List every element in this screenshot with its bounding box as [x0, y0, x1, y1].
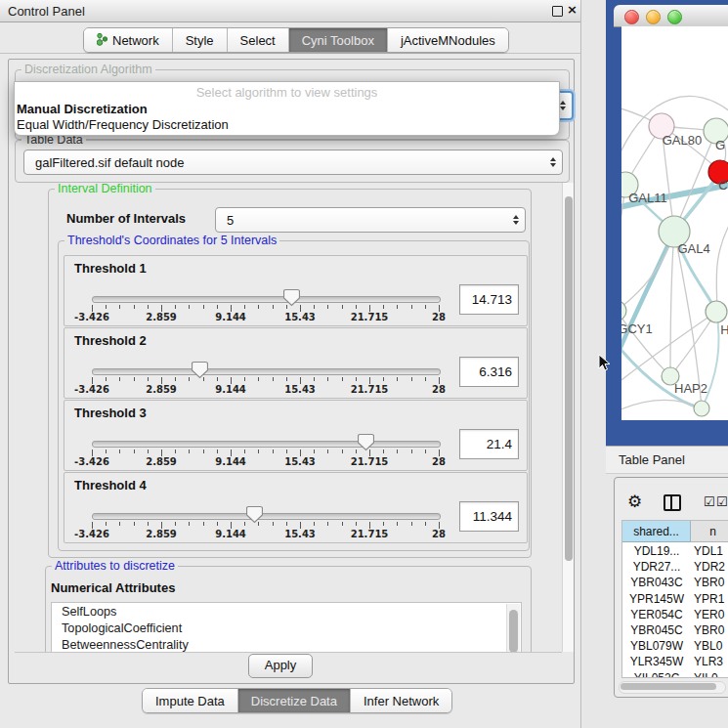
mac-zoom-button[interactable] [667, 10, 682, 24]
network-window-titlebar[interactable] [614, 5, 728, 27]
threshold-slider-thumb[interactable] [246, 505, 263, 524]
mac-close-button[interactable] [624, 10, 639, 24]
table-row[interactable]: YPR145WYPR1 [622, 592, 728, 608]
checkbox-icon[interactable]: ☑ [704, 495, 715, 508]
tab-cyni-toolbox[interactable]: Cyni Toolbox [289, 28, 388, 52]
threshold-slider-track[interactable] [92, 368, 441, 375]
num-intervals-combobox[interactable]: 5 [215, 207, 526, 233]
tab-impute-data[interactable]: Impute Data [143, 689, 238, 712]
network-view-canvas[interactable]: GAL80GCGAL11GAL4GCY1HHAP2 [621, 26, 728, 420]
table-row[interactable]: YIL052CYIL0 [622, 671, 728, 678]
network-edge[interactable] [670, 232, 674, 376]
network-edge[interactable] [670, 312, 716, 376]
scrollbar-thumb[interactable] [621, 683, 716, 690]
slider-tick [217, 450, 218, 453]
table-data-combobox[interactable]: galFiltered.sif default node [23, 150, 563, 175]
slider-tick [217, 377, 218, 381]
threshold-value-field[interactable]: 11.344 [459, 501, 519, 532]
numerical-attributes-label: Numerical Attributes [51, 580, 175, 595]
threshold-slider-track[interactable] [92, 296, 441, 303]
slider-tick [244, 305, 245, 309]
slider-tick [175, 305, 176, 309]
slider-tick [203, 450, 204, 453]
split-columns-icon[interactable] [664, 494, 681, 511]
tab-select[interactable]: Select [228, 28, 289, 52]
table-cell-name: YER0 [694, 608, 728, 621]
network-edge[interactable] [621, 400, 702, 412]
network-node-H[interactable] [706, 301, 727, 322]
dropdown-option-equal-width[interactable]: Equal Width/Frequency Discretization [16, 117, 557, 132]
interval-definition-group: Interval Definition Number of Intervals … [48, 189, 532, 558]
threshold-slider-thumb[interactable] [192, 361, 208, 379]
table-row[interactable]: YLR345WYLR3 [622, 655, 728, 670]
column-header-shared-name[interactable]: shared... [622, 521, 691, 542]
slider-tick [397, 377, 398, 381]
list-item[interactable]: SelfLoops [52, 603, 521, 620]
tab-discretize-data[interactable]: Discretize Data [238, 689, 351, 712]
scrollbar-thumb[interactable] [565, 196, 573, 561]
slider-tick-label: 15.43 [271, 312, 329, 322]
threshold-value-field[interactable]: 21.4 [459, 429, 519, 459]
gear-icon[interactable]: ⚙ [627, 493, 642, 510]
table-cell-shared-name: YDL19... [625, 544, 688, 558]
slider-tick [134, 305, 135, 309]
network-edge[interactable] [716, 222, 728, 312]
table-panel-title: Table Panel [619, 452, 685, 467]
tab-infer-network[interactable]: Infer Network [351, 689, 451, 712]
table-row[interactable]: YDL19...YDL1 [622, 544, 728, 560]
slider-tick [425, 450, 426, 453]
list-item[interactable]: BetweennessCentrality [52, 636, 521, 653]
slider-tick [119, 522, 120, 526]
threshold-value-field[interactable]: 14.713 [459, 284, 519, 315]
table-row[interactable]: YDR27...YDR2 [622, 560, 728, 576]
slider-tick [244, 450, 245, 453]
tab-label: Cyni Toolbox [302, 33, 374, 48]
threshold-slider-track[interactable] [92, 441, 441, 448]
network-node-unlabeled[interactable] [694, 401, 709, 416]
table-horizontal-scrollbar[interactable] [619, 681, 726, 694]
threshold-slider-thumb[interactable] [358, 433, 374, 451]
table-cell-name: YDL1 [694, 544, 728, 558]
table-row[interactable]: YBR045CYBR0 [622, 623, 728, 639]
slider-tick [342, 305, 343, 309]
attributes-group-title: Attributes to discretize [52, 559, 178, 573]
tab-label: Network [112, 33, 159, 48]
slider-tick-label: 15.43 [271, 529, 329, 539]
threshold-value-field[interactable]: 6.316 [459, 357, 519, 387]
node-label: GAL4 [677, 241, 709, 256]
apply-button[interactable]: Apply [248, 654, 313, 678]
slider-tick [258, 377, 259, 381]
slider-tick [397, 522, 398, 526]
tab-jactivemnodules[interactable]: jActiveMNodules [388, 28, 508, 52]
float-window-icon[interactable] [552, 6, 563, 17]
node-label: H [720, 322, 728, 337]
column-header-name[interactable]: n [691, 521, 728, 542]
tab-label: Infer Network [364, 694, 439, 708]
settings-vertical-scrollbar[interactable] [562, 183, 574, 652]
dropdown-option-manual[interactable]: Manual Discretization [16, 102, 557, 116]
slider-tick [119, 450, 120, 453]
checkbox-icon[interactable]: ☑ [716, 495, 728, 508]
tab-network[interactable]: Network [84, 28, 173, 52]
table-row[interactable]: YER054CYER0 [622, 608, 728, 623]
threshold-slider-thumb[interactable] [283, 288, 300, 307]
attributes-list-scrollbar[interactable] [506, 604, 520, 653]
thresholds-group-title: Threshold's Coordinates for 5 Intervals [64, 234, 279, 247]
tab-style[interactable]: Style [173, 28, 228, 52]
table-row[interactable]: YBR043CYBR0 [622, 576, 728, 591]
attribute-items: SelfLoopsTopologicalCoefficientBetweenne… [52, 603, 521, 653]
mac-minimize-button[interactable] [646, 10, 661, 24]
table-cell-shared-name: YPR145W [625, 592, 688, 606]
close-icon[interactable]: × [567, 2, 578, 17]
slider-tick [383, 305, 384, 309]
interval-definition-title: Interval Definition [55, 183, 155, 195]
threshold-slider-track[interactable] [92, 513, 441, 520]
slider-tick [119, 377, 120, 381]
table-cell-name: YLR3 [694, 655, 728, 668]
table-row[interactable]: YBL079WYBL0 [622, 639, 728, 655]
slider-tick [231, 522, 232, 529]
list-item[interactable]: TopologicalCoefficient [52, 620, 521, 636]
slider-tick [300, 377, 301, 384]
scrollbar-thumb[interactable] [509, 610, 518, 653]
slider-tick [314, 377, 315, 381]
